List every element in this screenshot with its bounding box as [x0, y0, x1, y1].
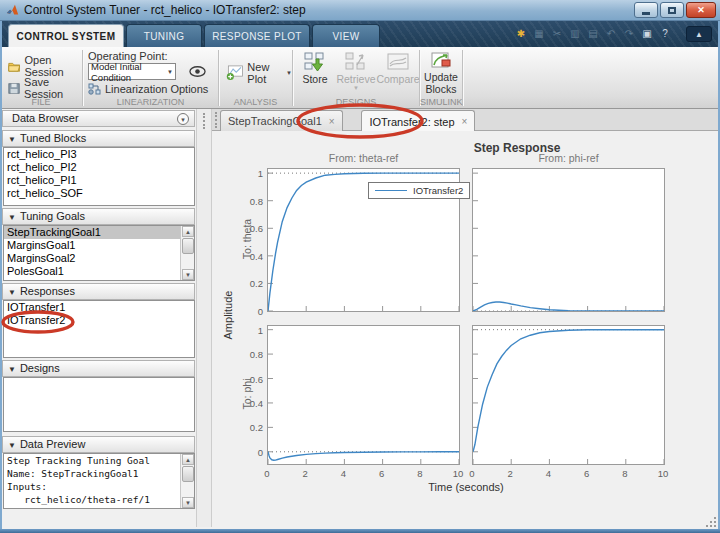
new-script-icon[interactable]: ✱ [514, 26, 528, 41]
close-button[interactable]: ✕ [686, 2, 716, 18]
scrollbar[interactable]: ▲▼ [180, 454, 194, 508]
y-tick-label: 0 [239, 306, 263, 317]
y-tick-label: 1 [239, 325, 263, 336]
response-curve [473, 302, 664, 311]
x-tick-label: 0 [462, 468, 482, 479]
retrieve-design-button[interactable]: Retrieve ▼ [335, 51, 377, 91]
simulink-section-label: SIMULINK [420, 97, 462, 109]
ribbon-tab-response-plot[interactable]: RESPONSE PLOT [204, 24, 310, 47]
minimize-button[interactable] [634, 2, 658, 18]
tuned-blocks-header[interactable]: ▼Tuned Blocks [2, 130, 195, 147]
ribbon-tab-view[interactable]: VIEW [312, 24, 380, 47]
operating-point-value: Model Initial Condition [91, 61, 167, 83]
list-item[interactable]: rct_helico_PI1 [4, 174, 194, 187]
operating-point-select[interactable]: Model Initial Condition ▼ [88, 63, 176, 80]
list-item[interactable]: rct_helico_SOF [4, 187, 194, 200]
ribbon-tab-control-system[interactable]: CONTROL SYSTEM [8, 24, 124, 48]
window-title: Control System Tuner - rct_helico - IOTr… [24, 3, 306, 17]
subplot-1 [472, 168, 665, 312]
close-icon[interactable]: × [329, 116, 335, 127]
collapse-icon[interactable]: ▼ [8, 213, 16, 222]
list-item[interactable]: Step Tracking Tuning Goal [4, 454, 194, 467]
matlab-logo-icon [6, 4, 19, 17]
legend-line-sample [375, 190, 407, 191]
list-item[interactable]: IOTransfer2 [4, 314, 194, 327]
list-item[interactable]: MarginsGoal1 [4, 239, 194, 252]
tuned-blocks-list: rct_helico_PI3rct_helico_PI2rct_helico_P… [3, 147, 195, 206]
x-tick-label: 10 [653, 468, 673, 479]
data-preview-header[interactable]: ▼Data Preview [2, 436, 195, 453]
list-item[interactable]: PolesGoal1 [4, 265, 194, 278]
response-curve [473, 330, 664, 452]
x-tick-label: 8 [410, 468, 430, 479]
linearization-options-icon [88, 83, 101, 95]
data-browser-header[interactable]: Data Browser▾ [2, 110, 195, 127]
collapse-icon[interactable]: ▼ [8, 441, 16, 450]
y-tick-label: 1 [239, 168, 263, 179]
list-item[interactable]: rct_helico_PI2 [4, 161, 194, 174]
collapse-icon[interactable]: ▼ [8, 135, 16, 144]
list-item[interactable]: rct_helico_PI3 [4, 148, 194, 161]
view-operating-point-eye-icon[interactable] [189, 66, 206, 77]
column-title: From: theta-ref [294, 152, 434, 164]
data-preview-list: Step Tracking Tuning GoalName: StepTrack… [3, 453, 195, 509]
compare-designs-button[interactable]: Compare [377, 51, 419, 85]
designs-header[interactable]: ▼Designs [2, 360, 195, 377]
update-blocks-label-1: Update [424, 71, 458, 83]
file-section-label: FILE [0, 97, 82, 109]
list-item[interactable]: rct_helico/theta-ref/1 [4, 493, 194, 506]
linearization-options-button[interactable]: Linearization Options [88, 83, 208, 95]
responses-list: IOTransfer1IOTransfer2 [3, 300, 195, 358]
tuning-goals-header[interactable]: ▼Tuning Goals [2, 208, 195, 225]
panel-splitter[interactable] [196, 109, 212, 527]
data-browser-panel: Data Browser▾▼Tuned Blocksrct_helico_PI3… [2, 109, 196, 527]
minimize-ribbon-button[interactable]: ▲ [686, 26, 712, 42]
retrieve-design-icon [344, 51, 368, 73]
ribbon-tab-tuning[interactable]: TUNING [126, 24, 202, 47]
update-blocks-icon [430, 51, 452, 71]
collapse-icon[interactable]: ▼ [8, 365, 16, 374]
list-item[interactable]: IOTransfer1 [4, 301, 194, 314]
list-item[interactable]: MarginsGoal2 [4, 252, 194, 265]
subplot-2 [267, 325, 460, 465]
document-tab-label: StepTrackingGoal1 [228, 115, 322, 127]
help-icon[interactable]: ? [658, 26, 672, 41]
new-plot-button[interactable]: New Plot ▼ [226, 61, 292, 85]
open-session-button[interactable]: Open Session [8, 54, 82, 78]
x-axis-label: Time (seconds) [386, 481, 546, 493]
update-blocks-button[interactable]: Update Blocks [422, 51, 460, 95]
close-icon[interactable]: × [462, 116, 468, 127]
scroll-up-icon[interactable]: ▲ [182, 226, 194, 237]
store-design-label: Store [302, 73, 327, 85]
retrieve-design-label: Retrieve [336, 73, 375, 85]
list-item[interactable]: Inputs: [4, 480, 194, 493]
document-tab-iotransfer2-step[interactable]: IOTransfer2: step× [361, 110, 475, 132]
document-tab-steptrackinggoal1[interactable]: StepTrackingGoal1× [220, 110, 343, 131]
x-tick-label: 6 [577, 468, 597, 479]
scroll-up-icon[interactable]: ▲ [182, 454, 194, 465]
update-blocks-label-2: Blocks [426, 83, 457, 95]
responses-header[interactable]: ▼Responses [2, 283, 195, 300]
layout-icon[interactable]: ▣ [640, 26, 654, 41]
x-tick-label: 4 [333, 468, 353, 479]
linearization-section-label: LINEARIZATION [83, 97, 218, 109]
panel-menu-icon[interactable]: ▾ [177, 113, 189, 125]
scroll-down-icon[interactable]: ▼ [182, 497, 194, 508]
resize-grip[interactable] [710, 521, 712, 523]
scroll-thumb[interactable] [182, 238, 194, 254]
window-border [0, 21, 2, 533]
list-item[interactable]: StepTrackingGoal1 [4, 226, 194, 239]
collapse-icon[interactable]: ▼ [8, 288, 16, 297]
scroll-down-icon[interactable]: ▼ [182, 269, 194, 280]
store-design-button[interactable]: Store [298, 51, 332, 85]
quick-access-toolbar: ✱▦✂▥▤↶↷▣? [514, 26, 672, 41]
list-item[interactable]: Name: StepTrackingGoal1 [4, 467, 194, 480]
scrollbar[interactable]: ▲▼ [180, 226, 194, 280]
save-icon: ▦ [532, 26, 546, 41]
legend-entry: IOTransfer2 [413, 185, 463, 196]
restore-button[interactable] [660, 2, 684, 18]
title-bar[interactable]: Control System Tuner - rct_helico - IOTr… [0, 0, 720, 21]
redo-icon: ↷ [622, 26, 636, 41]
scroll-thumb[interactable] [182, 466, 194, 482]
legend[interactable]: IOTransfer2 [368, 182, 470, 199]
